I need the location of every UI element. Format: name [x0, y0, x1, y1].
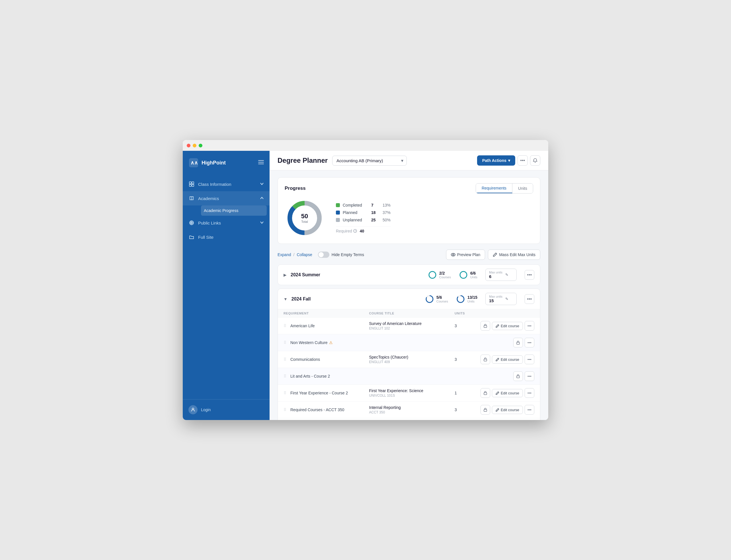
sidebar-item-label: Academics — [198, 196, 219, 201]
lock-button[interactable] — [481, 355, 490, 364]
svg-rect-29 — [484, 359, 487, 361]
edit-course-button[interactable]: Edit course — [492, 406, 523, 414]
fall-units-lbl: Units — [468, 300, 477, 303]
drag-handle-icon[interactable]: ⠿ — [283, 324, 286, 328]
donut-total: 50 — [301, 213, 308, 220]
table-row: ⠿ Required Courses - ACCT 350 Internal R… — [278, 401, 540, 418]
completed-label: Completed — [343, 203, 369, 207]
term-chevron-fall[interactable]: ▼ — [283, 297, 287, 301]
svg-rect-5 — [189, 182, 191, 184]
drag-handle-icon[interactable]: ⠿ — [283, 391, 286, 395]
path-actions-button[interactable]: Path Actions ▾ — [477, 155, 515, 166]
tab-requirements[interactable]: Requirements — [476, 184, 512, 193]
sidebar-item-academic-progress[interactable]: Academic Progress — [201, 205, 267, 216]
bell-button[interactable] — [530, 155, 540, 166]
lock-button[interactable] — [481, 321, 490, 331]
row-more-button[interactable]: ••• — [525, 371, 534, 381]
row-more-button[interactable]: ••• — [525, 338, 534, 347]
edit-course-button[interactable]: Edit course — [492, 322, 523, 330]
warning-icon: ⚠ — [329, 340, 333, 345]
fall-max-units-edit-icon[interactable]: ✎ — [505, 297, 508, 301]
term-stats-fall: 5/6 Courses 13/15 — [425, 293, 534, 305]
lock-button[interactable] — [513, 338, 523, 347]
fall-more-button[interactable]: ••• — [525, 294, 534, 304]
login-area[interactable]: Login — [188, 405, 264, 414]
row-more-button[interactable]: ••• — [525, 405, 534, 415]
row-actions: Edit course ••• — [477, 321, 534, 331]
progress-legend: Completed 7 13% Planned 18 37% — [336, 203, 391, 233]
hide-empty-terms-toggle[interactable] — [318, 252, 329, 258]
summer-max-units-box: Max units 6 ✎ — [485, 269, 517, 281]
app-window: ∧∧ HighPoint — [183, 140, 548, 420]
fall-units-val: 13/15 — [468, 295, 477, 300]
drag-handle-icon[interactable]: ⠿ — [283, 357, 286, 362]
degree-select[interactable]: Accounting AB (Primary) Computer Science… — [332, 156, 407, 166]
lock-button[interactable] — [481, 405, 490, 415]
table-row: ⠿ Physical Science — — 2 — [278, 418, 540, 420]
tab-units[interactable]: Units — [512, 184, 533, 193]
logo-icon: ∧∧ — [188, 158, 199, 168]
sidebar-item-public-links[interactable]: Public Links — [183, 216, 269, 230]
edit-course-button[interactable]: Edit course — [492, 355, 523, 364]
lock-button[interactable] — [481, 388, 490, 398]
requirement-name: American Life — [290, 324, 315, 328]
globe-icon — [188, 220, 195, 226]
course-code: ENGLLIT 409 — [369, 360, 455, 364]
edit-icon — [493, 252, 497, 257]
folder-icon — [188, 234, 195, 240]
preview-plan-button[interactable]: Preview Plan — [446, 250, 485, 260]
expand-button[interactable]: Expand — [277, 252, 291, 257]
sidebar-item-full-site[interactable]: Full Site — [183, 230, 269, 244]
row-more-button[interactable]: ••• — [525, 355, 534, 364]
completed-pct: 13% — [383, 203, 391, 207]
units-ring-icon — [456, 295, 465, 304]
more-options-button[interactable]: ••• — [518, 155, 528, 166]
required-label: Required ? — [336, 229, 357, 233]
requirement-name: Lit and Arts - Course 2 — [290, 374, 330, 378]
summer-courses-stat: 2/2 Courses — [428, 270, 451, 279]
svg-point-18 — [452, 254, 454, 256]
row-actions: Edit course ••• — [477, 388, 534, 398]
row-more-button[interactable]: ••• — [525, 388, 534, 398]
row-more-button[interactable]: ••• — [525, 321, 534, 331]
maximize-button[interactable] — [199, 144, 202, 147]
fall-max-units-val: 15 — [489, 298, 503, 303]
edit-icon — [496, 408, 499, 412]
collapse-button[interactable]: Collapse — [296, 252, 312, 257]
drag-handle-icon[interactable]: ⠿ — [283, 407, 286, 412]
help-icon: ? — [353, 229, 357, 233]
sidebar-item-academics[interactable]: Academics — [183, 191, 269, 205]
svg-rect-6 — [192, 182, 194, 184]
legend-planned: Planned 18 37% — [336, 210, 391, 215]
path-actions-chevron-icon: ▾ — [508, 158, 510, 163]
close-button[interactable] — [187, 144, 190, 147]
edit-course-button[interactable]: Edit course — [492, 389, 523, 397]
requirement-name: Non Western Culture — [290, 340, 327, 345]
svg-rect-4 — [258, 164, 264, 164]
mass-edit-button[interactable]: Mass Edit Max Units — [488, 250, 540, 260]
fall-max-units-box: Max units 15 ✎ — [485, 293, 517, 305]
edit-icon — [496, 391, 499, 395]
hamburger-icon[interactable] — [258, 159, 264, 166]
app-body: ∧∧ HighPoint — [183, 151, 548, 420]
units-value: 3 — [455, 357, 477, 362]
fall-units-stat: 13/15 Units — [456, 295, 477, 304]
sidebar-item-class-information[interactable]: Class Information — [183, 177, 269, 191]
eye-icon — [451, 252, 456, 257]
chevron-down-icon — [260, 221, 264, 225]
requirement-name: Communications — [290, 357, 320, 362]
path-actions-label: Path Actions — [482, 158, 507, 163]
summer-max-units-edit-icon[interactable]: ✎ — [505, 273, 508, 277]
minimize-button[interactable] — [193, 144, 196, 147]
lock-button[interactable] — [513, 371, 523, 381]
svg-rect-8 — [192, 184, 194, 186]
drag-handle-icon[interactable]: ⠿ — [283, 374, 286, 378]
progress-title: Progress — [285, 186, 306, 191]
svg-point-17 — [451, 253, 455, 256]
summer-more-button[interactable]: ••• — [525, 270, 534, 280]
drag-handle-icon[interactable]: ⠿ — [283, 340, 286, 345]
table-header: REQUIREMENT COURSE TITLE UNITS — [278, 309, 540, 317]
term-chevron-summer[interactable]: ▶ — [283, 273, 287, 277]
legend-unplanned: Unplanned 25 50% — [336, 218, 391, 222]
course-code: UNIVCOLL 101S — [369, 394, 455, 398]
